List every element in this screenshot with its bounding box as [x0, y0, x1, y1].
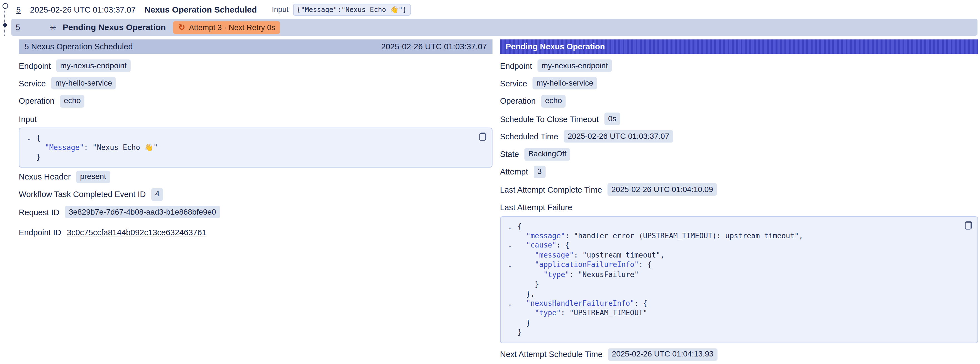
field-value-badge: 3e829b7e-7d67-4b08-aad3-b1e868bfe9e0	[65, 206, 220, 218]
field-label: Attempt	[500, 167, 528, 177]
copy-button[interactable]	[479, 133, 486, 141]
json-text: : "NexusFailure"	[570, 270, 639, 279]
field-endpoint: Endpoint my-nexus-endpoint	[19, 57, 493, 74]
field-value-badge: 2025-02-26 UTC 01:03:37.07	[564, 130, 673, 143]
field-label: Request ID	[19, 208, 59, 217]
input-block-label-row: Input	[19, 110, 493, 128]
field-value-badge: my-hello-service	[533, 77, 597, 90]
field-nexus-header: Nexus Header present	[19, 168, 493, 185]
json-text: : "UPSTREAM_TIMEOUT"	[561, 308, 648, 317]
field-label: Next Attempt Schedule Time	[500, 350, 603, 359]
field-label: Endpoint	[500, 61, 532, 70]
json-line: ⌄ }	[517, 318, 956, 328]
field-value-badge: 3	[534, 166, 546, 178]
field-value-badge: present	[76, 170, 110, 183]
collapse-caret-icon[interactable]: ⌄	[508, 241, 512, 251]
json-text	[517, 260, 535, 269]
json-key: "nexusHandlerFailureInfo"	[526, 299, 634, 307]
panel-fields: Endpoint my-nexus-endpoint Service my-he…	[500, 54, 978, 363]
refresh-icon: ↻	[178, 22, 185, 32]
pending-event-name: Pending Nexus Operation	[63, 22, 166, 32]
json-text	[517, 299, 526, 307]
field-label: State	[500, 150, 519, 159]
panel-title: Pending Nexus Operation	[506, 42, 605, 51]
json-line: ⌄ "type": "NexusFailure"	[517, 270, 956, 280]
json-line: ⌄{	[517, 222, 956, 231]
json-line: ⌄ "message": "handler error (UPSTREAM_TI…	[517, 231, 956, 241]
field-endpoint-id: Endpoint ID 3c0c75ccfa8144b092c13ce63246…	[19, 224, 493, 241]
json-line: ⌄ "applicationFailureInfo": {	[517, 260, 956, 270]
json-key: "cause"	[526, 241, 557, 250]
json-text: : "handler error (UPSTREAM_TIMEOUT): ups…	[565, 231, 803, 240]
pending-operation-panel: Pending Nexus Operation Endpoint my-nexu…	[500, 39, 978, 363]
json-line: ⌄ "message": "upstream timeout",	[517, 251, 956, 260]
input-preview-chip: {"Message":"Nexus Echo 👋"}	[293, 3, 410, 15]
json-text: }	[517, 318, 531, 327]
retry-text: Attempt 3 · Next Retry 0s	[189, 23, 275, 32]
json-text: }	[36, 152, 41, 161]
collapse-caret-icon[interactable]: ⌄	[26, 133, 31, 143]
field-label: Scheduled Time	[500, 132, 558, 141]
json-text: : "Nexus Echo 👋"	[84, 143, 158, 152]
endpoint-id-link[interactable]: 3c0c75ccfa8144b092c13ce632463761	[67, 228, 207, 237]
collapse-caret-icon[interactable]: ⌄	[508, 222, 512, 231]
event-row-scheduled[interactable]: 5 2025-02-26 UTC 01:03:37.07 Nexus Opera…	[0, 0, 980, 19]
event-id-link[interactable]: 5	[16, 22, 20, 32]
json-line: ⌄ }	[517, 279, 956, 289]
json-text: {	[36, 133, 41, 142]
json-text	[517, 251, 535, 259]
collapse-caret-icon[interactable]: ⌄	[508, 299, 512, 308]
field-service: Service my-hello-service	[19, 75, 493, 92]
collapse-caret-icon[interactable]: ⌄	[508, 260, 512, 270]
json-key: "applicationFailureInfo"	[535, 260, 639, 269]
pending-asterisk-icon: ✳	[49, 22, 56, 32]
field-label: Operation	[500, 96, 536, 106]
json-text	[517, 241, 526, 250]
json-text	[36, 143, 45, 152]
field-operation: Operation echo	[500, 92, 978, 110]
json-line: ⌄ "cause": {	[517, 241, 956, 251]
field-label: Schedule To Close Timeout	[500, 114, 599, 124]
json-text: {	[517, 222, 522, 230]
field-operation: Operation echo	[19, 92, 493, 110]
json-line: ⌄ },	[517, 289, 956, 299]
copy-icon	[965, 221, 972, 229]
event-id-link[interactable]: 5	[16, 5, 21, 14]
field-last-attempt-complete-time: Last Attempt Complete Time 2025-02-26 UT…	[500, 181, 978, 198]
json-line: ⌄ "type": "UPSTREAM_TIMEOUT"	[517, 308, 956, 318]
field-value-badge: BackingOff	[525, 148, 570, 161]
field-service: Service my-hello-service	[500, 75, 978, 92]
json-key: "Message"	[45, 143, 84, 152]
field-label: Nexus Header	[19, 172, 70, 182]
field-label: Service	[19, 79, 46, 88]
event-details: 5 Nexus Operation Scheduled 2025-02-26 U…	[0, 39, 980, 363]
field-label: Input	[19, 114, 37, 124]
json-text: : {	[557, 241, 570, 250]
failure-block-label-row: Last Attempt Failure	[500, 198, 978, 216]
event-row-pending[interactable]: 5 ✳ Pending Nexus Operation ↻ Attempt 3 …	[11, 19, 977, 36]
field-value-badge: 2025-02-26 UTC 01:04:10.09	[608, 184, 717, 196]
event-input-label: Input	[272, 5, 289, 14]
event-timestamp: 2025-02-26 UTC 01:03:37.07	[30, 5, 145, 14]
panel-header: Pending Nexus Operation	[500, 39, 978, 54]
scheduled-event-panel: 5 Nexus Operation Scheduled 2025-02-26 U…	[19, 39, 493, 241]
panel-header: 5 Nexus Operation Scheduled 2025-02-26 U…	[19, 39, 493, 54]
json-text	[517, 308, 535, 317]
timeline-current-marker-icon	[3, 23, 7, 27]
json-key: "type"	[535, 308, 561, 317]
field-attempt: Attempt 3	[500, 163, 978, 180]
copy-icon	[479, 133, 486, 141]
json-text: }	[517, 279, 539, 288]
copy-button[interactable]	[965, 221, 972, 229]
field-endpoint: Endpoint my-nexus-endpoint	[500, 57, 978, 74]
field-label: Endpoint ID	[19, 228, 61, 237]
field-value-badge: echo	[541, 95, 566, 107]
timeline-event-marker-icon	[3, 3, 8, 9]
field-value-badge: my-nexus-endpoint	[57, 59, 130, 72]
field-label: Operation	[19, 96, 54, 106]
json-line: ⌄{	[36, 133, 471, 143]
field-value-badge: 0s	[605, 113, 620, 125]
json-text: }	[517, 328, 522, 337]
json-line: ⌄}	[36, 152, 471, 162]
field-label: Workflow Task Completed Event ID	[19, 190, 146, 199]
